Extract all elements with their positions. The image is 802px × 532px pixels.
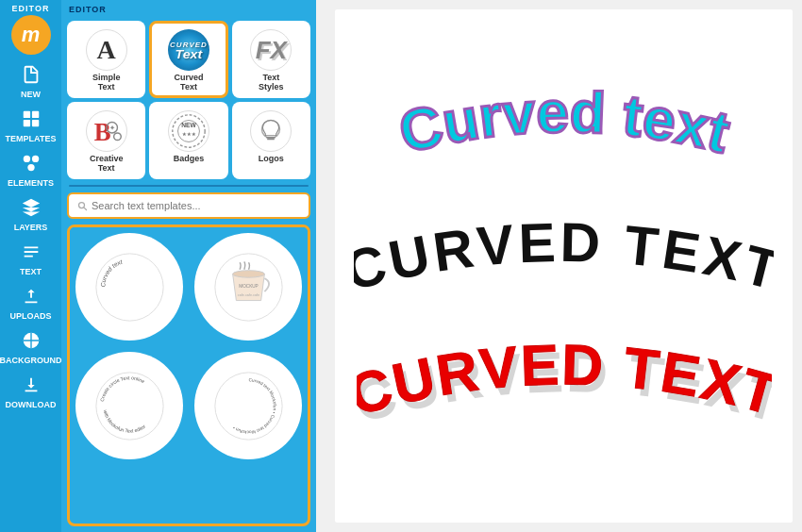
uploads-icon — [21, 286, 42, 309]
svg-rect-1 — [31, 111, 38, 118]
sidebar-item-background-label: BACKGROUND — [0, 356, 62, 365]
sidebar-item-elements-label: ELEMENTS — [8, 178, 54, 188]
sidebar-item-templates-label: TEMPLATES — [6, 134, 57, 143]
curved-text-icon-inner: CURVED Text — [170, 38, 208, 61]
badges-label: Badges — [174, 154, 205, 163]
canvas-content: Curved text CURVED TEXT — [335, 9, 793, 523]
svg-point-19 — [95, 253, 162, 320]
search-icon — [76, 200, 88, 211]
template-4-svg: Curved text Mockofun • Curved text Mocko… — [213, 371, 284, 441]
text-type-logos[interactable]: Logos — [232, 102, 310, 179]
svg-point-22 — [232, 270, 264, 277]
curved-text-2: CURVED TEXT — [354, 216, 774, 302]
logos-label: Logos — [259, 154, 284, 163]
panel: EDITOR A Simple Text CURVED Text Curved … — [61, 0, 316, 532]
templates-grid-container: Curved text — [61, 224, 316, 532]
svg-text:cafe.cafe.cafe: cafe.cafe.cafe — [237, 292, 259, 296]
badges-icon: NEW ★ ★ ★ — [168, 110, 209, 152]
download-icon — [21, 374, 42, 398]
curved-text-3-svg: CURVED TEXT CURVED TEXT — [357, 335, 772, 439]
sidebar-item-download[interactable]: DOWNLOAD — [0, 369, 61, 413]
canvas-area: Curved text CURVED TEXT — [316, 0, 802, 532]
sidebar-item-layers-label: LAYERS — [14, 223, 48, 232]
sidebar: EDITOR m NEW TEMPLATES ELEMENTS LAYERS — [0, 0, 61, 532]
svg-text:NEW: NEW — [181, 122, 196, 128]
simple-text-letter: A — [97, 35, 116, 65]
svg-point-11 — [113, 133, 121, 141]
panel-divider — [69, 185, 309, 187]
curved-text-2-svg: CURVED TEXT — [354, 216, 774, 302]
svg-text:MOCKUP: MOCKUP — [239, 283, 259, 288]
search-input[interactable] — [92, 200, 301, 211]
text-type-creative[interactable]: B ✦ Creative Text — [67, 102, 145, 179]
sidebar-item-new-label: NEW — [21, 90, 41, 99]
svg-point-6 — [27, 164, 34, 171]
svg-point-28 — [214, 372, 281, 439]
templates-icon — [21, 108, 42, 132]
sidebar-item-new[interactable]: NEW — [0, 58, 61, 103]
simple-text-icon: A — [86, 29, 127, 71]
sidebar-item-elements[interactable]: ELEMENTS — [0, 147, 61, 191]
editor-label: EDITOR — [12, 0, 50, 15]
sidebar-item-text-label: TEXT — [20, 267, 42, 276]
logos-svg — [251, 110, 291, 152]
text-type-curved[interactable]: CURVED Text Curved Text — [149, 21, 227, 98]
curved-text-container-3: CURVED TEXT CURVED TEXT — [354, 335, 774, 442]
creative-text-icon: B ✦ — [86, 110, 127, 152]
curved-text-icon: CURVED Text — [168, 29, 209, 71]
layers-icon — [21, 197, 42, 221]
sidebar-item-text[interactable]: TEXT — [0, 236, 61, 280]
template-item-3[interactable]: Create circle Text online with Mockofun … — [75, 352, 183, 459]
text-icon — [21, 241, 42, 265]
creative-text-label: Creative Text — [90, 154, 124, 173]
text-types-grid: A Simple Text CURVED Text Curved Text FX… — [61, 17, 316, 185]
template-item-1[interactable]: Curved text — [75, 233, 183, 341]
curved-text-1: Curved text — [393, 90, 736, 165]
text-styles-label: Text Styles — [259, 73, 284, 91]
sidebar-item-background[interactable]: BACKGROUND — [0, 324, 61, 369]
text-type-badges[interactable]: NEW ★ ★ ★ Badges — [149, 102, 227, 179]
template-1-svg: Curved text — [94, 252, 165, 323]
sidebar-item-layers[interactable]: LAYERS — [0, 191, 61, 236]
svg-point-5 — [31, 156, 38, 162]
curved-text-label: Curved Text — [174, 73, 203, 91]
background-icon — [21, 330, 42, 354]
curved-text-container-2: CURVED TEXT — [354, 216, 774, 306]
template-3-svg: Create circle Text online with Mockofun … — [94, 371, 165, 441]
sidebar-item-uploads[interactable]: UPLOADS — [0, 280, 61, 324]
svg-point-4 — [23, 156, 29, 162]
svg-text:✦: ✦ — [109, 125, 115, 131]
text-type-simple[interactable]: A Simple Text — [67, 21, 145, 98]
elements-icon — [21, 153, 42, 176]
text-styles-icon: FX — [250, 29, 292, 71]
m-logo-button[interactable]: m — [11, 15, 51, 55]
svg-rect-3 — [31, 120, 38, 126]
svg-rect-2 — [23, 120, 29, 126]
template-2-svg: MOCKUP cafe.cafe.cafe — [213, 252, 284, 323]
panel-header: EDITOR — [61, 0, 316, 17]
svg-rect-0 — [23, 111, 29, 118]
templates-grid: Curved text — [70, 227, 308, 465]
logos-icon — [250, 110, 292, 152]
template-item-2[interactable]: MOCKUP cafe.cafe.cafe — [194, 233, 302, 341]
svg-text:★ ★ ★: ★ ★ ★ — [182, 132, 197, 137]
curved-text-container-1: Curved text — [354, 90, 774, 188]
new-icon — [21, 64, 42, 88]
sidebar-item-uploads-label: UPLOADS — [9, 311, 51, 321]
creative-text-svg: B ✦ — [87, 110, 126, 152]
badges-svg: NEW ★ ★ ★ — [169, 110, 209, 152]
sidebar-item-templates[interactable]: TEMPLATES — [0, 103, 61, 147]
template-item-4[interactable]: Curved text Mockofun • Curved text Mocko… — [194, 352, 302, 459]
text-type-styles[interactable]: FX Text Styles — [232, 21, 310, 98]
templates-grid-wrapper: Curved text — [67, 224, 310, 526]
text-styles-letter: FX — [256, 36, 287, 65]
search-box[interactable] — [67, 192, 310, 219]
sidebar-item-download-label: DOWNLOAD — [6, 400, 57, 409]
curved-text-1-svg: Curved text — [357, 90, 772, 184]
simple-text-label: Simple Text — [92, 73, 121, 91]
